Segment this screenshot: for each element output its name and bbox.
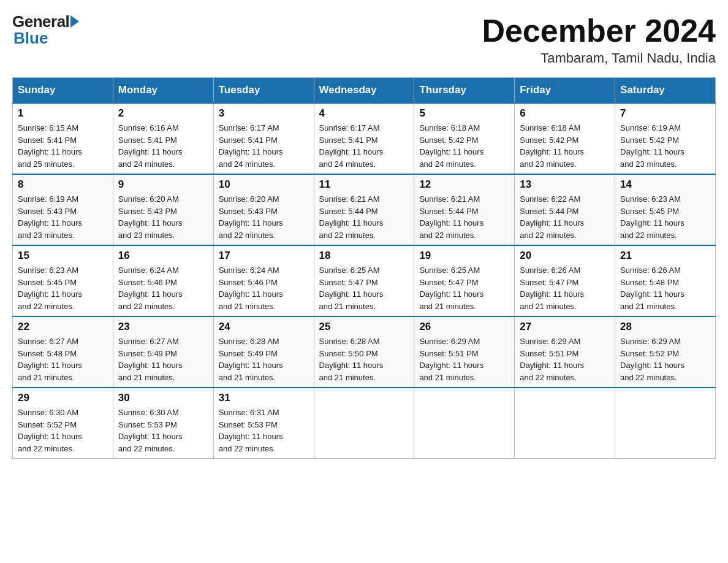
- day-info: Sunrise: 6:24 AMSunset: 5:46 PMDaylight:…: [219, 264, 309, 312]
- calendar-cell: [414, 388, 515, 459]
- calendar-cell: 21Sunrise: 6:26 AMSunset: 5:48 PMDayligh…: [615, 245, 716, 316]
- calendar-cell: 3Sunrise: 6:17 AMSunset: 5:41 PMDaylight…: [213, 103, 314, 174]
- calendar-cell: 28Sunrise: 6:29 AMSunset: 5:52 PMDayligh…: [615, 316, 716, 388]
- calendar-cell: 6Sunrise: 6:18 AMSunset: 5:42 PMDaylight…: [515, 103, 615, 174]
- day-number: 7: [620, 107, 710, 120]
- day-number: 14: [620, 178, 710, 191]
- calendar-cell: 30Sunrise: 6:30 AMSunset: 5:53 PMDayligh…: [113, 388, 213, 459]
- calendar-cell: [615, 388, 716, 459]
- calendar-cell: 2Sunrise: 6:16 AMSunset: 5:41 PMDaylight…: [113, 103, 213, 174]
- day-info: Sunrise: 6:19 AMSunset: 5:43 PMDaylight:…: [18, 193, 108, 241]
- day-info: Sunrise: 6:18 AMSunset: 5:42 PMDaylight:…: [419, 122, 509, 170]
- calendar-cell: 29Sunrise: 6:30 AMSunset: 5:52 PMDayligh…: [13, 388, 113, 459]
- day-info: Sunrise: 6:29 AMSunset: 5:51 PMDaylight:…: [520, 335, 610, 383]
- calendar-cell: 10Sunrise: 6:20 AMSunset: 5:43 PMDayligh…: [213, 174, 314, 245]
- header-tuesday: Tuesday: [213, 78, 314, 104]
- calendar-cell: [314, 388, 414, 459]
- day-info: Sunrise: 6:23 AMSunset: 5:45 PMDaylight:…: [18, 264, 108, 312]
- day-number: 11: [319, 178, 409, 191]
- day-number: 9: [118, 178, 208, 191]
- calendar-cell: 12Sunrise: 6:21 AMSunset: 5:44 PMDayligh…: [414, 174, 515, 245]
- day-info: Sunrise: 6:30 AMSunset: 5:52 PMDaylight:…: [18, 407, 108, 454]
- day-info: Sunrise: 6:24 AMSunset: 5:46 PMDaylight:…: [118, 264, 208, 312]
- day-info: Sunrise: 6:28 AMSunset: 5:50 PMDaylight:…: [319, 335, 409, 383]
- calendar-cell: 25Sunrise: 6:28 AMSunset: 5:50 PMDayligh…: [314, 316, 414, 388]
- header-saturday: Saturday: [615, 78, 716, 104]
- day-number: 15: [18, 250, 108, 262]
- calendar-cell: 15Sunrise: 6:23 AMSunset: 5:45 PMDayligh…: [13, 245, 113, 316]
- day-info: Sunrise: 6:17 AMSunset: 5:41 PMDaylight:…: [319, 122, 409, 170]
- day-info: Sunrise: 6:18 AMSunset: 5:42 PMDaylight:…: [520, 122, 610, 170]
- day-number: 5: [419, 107, 509, 120]
- day-number: 2: [118, 107, 208, 120]
- day-info: Sunrise: 6:22 AMSunset: 5:44 PMDaylight:…: [520, 193, 610, 241]
- day-info: Sunrise: 6:31 AMSunset: 5:53 PMDaylight:…: [219, 407, 309, 454]
- day-info: Sunrise: 6:28 AMSunset: 5:49 PMDaylight:…: [219, 335, 309, 383]
- week-row-5: 29Sunrise: 6:30 AMSunset: 5:52 PMDayligh…: [13, 388, 716, 459]
- header-friday: Friday: [515, 78, 615, 104]
- logo-blue-text: Blue: [13, 29, 48, 48]
- calendar-cell: 26Sunrise: 6:29 AMSunset: 5:51 PMDayligh…: [414, 316, 515, 388]
- day-info: Sunrise: 6:21 AMSunset: 5:44 PMDaylight:…: [319, 193, 409, 241]
- day-info: Sunrise: 6:27 AMSunset: 5:49 PMDaylight:…: [118, 335, 208, 383]
- week-row-3: 15Sunrise: 6:23 AMSunset: 5:45 PMDayligh…: [13, 245, 716, 316]
- day-info: Sunrise: 6:25 AMSunset: 5:47 PMDaylight:…: [319, 264, 409, 312]
- calendar-cell: 4Sunrise: 6:17 AMSunset: 5:41 PMDaylight…: [314, 103, 414, 174]
- calendar-cell: 5Sunrise: 6:18 AMSunset: 5:42 PMDaylight…: [414, 103, 515, 174]
- page-header: General Blue December 2024 Tambaram, Tam…: [12, 12, 716, 66]
- title-section: December 2024 Tambaram, Tamil Nadu, Indi…: [482, 12, 716, 66]
- calendar-cell: 14Sunrise: 6:23 AMSunset: 5:45 PMDayligh…: [615, 174, 716, 245]
- calendar-cell: 8Sunrise: 6:19 AMSunset: 5:43 PMDaylight…: [13, 174, 113, 245]
- calendar-cell: 9Sunrise: 6:20 AMSunset: 5:43 PMDaylight…: [113, 174, 213, 245]
- calendar-cell: 7Sunrise: 6:19 AMSunset: 5:42 PMDaylight…: [615, 103, 716, 174]
- day-info: Sunrise: 6:26 AMSunset: 5:48 PMDaylight:…: [620, 264, 710, 312]
- calendar-cell: 23Sunrise: 6:27 AMSunset: 5:49 PMDayligh…: [113, 316, 213, 388]
- day-info: Sunrise: 6:16 AMSunset: 5:41 PMDaylight:…: [118, 122, 208, 170]
- day-number: 30: [118, 392, 208, 404]
- day-info: Sunrise: 6:25 AMSunset: 5:47 PMDaylight:…: [419, 264, 509, 312]
- day-number: 24: [219, 321, 309, 333]
- day-number: 4: [319, 107, 409, 120]
- calendar-cell: 24Sunrise: 6:28 AMSunset: 5:49 PMDayligh…: [213, 316, 314, 388]
- week-row-2: 8Sunrise: 6:19 AMSunset: 5:43 PMDaylight…: [13, 174, 716, 245]
- month-year-title: December 2024: [482, 12, 716, 49]
- day-number: 25: [319, 321, 409, 333]
- header-wednesday: Wednesday: [314, 78, 414, 104]
- day-info: Sunrise: 6:15 AMSunset: 5:41 PMDaylight:…: [18, 122, 108, 170]
- day-number: 29: [18, 392, 108, 404]
- calendar-table: SundayMondayTuesdayWednesdayThursdayFrid…: [12, 77, 716, 459]
- day-number: 21: [620, 250, 710, 262]
- day-number: 1: [18, 107, 108, 120]
- calendar-cell: [515, 388, 615, 459]
- calendar-cell: 16Sunrise: 6:24 AMSunset: 5:46 PMDayligh…: [113, 245, 213, 316]
- day-number: 16: [118, 250, 208, 262]
- day-info: Sunrise: 6:19 AMSunset: 5:42 PMDaylight:…: [620, 122, 710, 170]
- calendar-cell: 20Sunrise: 6:26 AMSunset: 5:47 PMDayligh…: [515, 245, 615, 316]
- day-number: 18: [319, 250, 409, 262]
- week-row-4: 22Sunrise: 6:27 AMSunset: 5:48 PMDayligh…: [13, 316, 716, 388]
- day-info: Sunrise: 6:23 AMSunset: 5:45 PMDaylight:…: [620, 193, 710, 241]
- calendar-cell: 13Sunrise: 6:22 AMSunset: 5:44 PMDayligh…: [515, 174, 615, 245]
- day-info: Sunrise: 6:21 AMSunset: 5:44 PMDaylight:…: [419, 193, 509, 241]
- day-info: Sunrise: 6:17 AMSunset: 5:41 PMDaylight:…: [219, 122, 309, 170]
- calendar-cell: 22Sunrise: 6:27 AMSunset: 5:48 PMDayligh…: [13, 316, 113, 388]
- calendar-cell: 27Sunrise: 6:29 AMSunset: 5:51 PMDayligh…: [515, 316, 615, 388]
- logo-triangle-icon: [70, 15, 79, 28]
- day-number: 31: [219, 392, 309, 404]
- day-info: Sunrise: 6:20 AMSunset: 5:43 PMDaylight:…: [118, 193, 208, 241]
- day-number: 28: [620, 321, 710, 333]
- day-number: 22: [18, 321, 108, 333]
- day-number: 6: [520, 107, 610, 120]
- header-thursday: Thursday: [414, 78, 515, 104]
- day-info: Sunrise: 6:30 AMSunset: 5:53 PMDaylight:…: [118, 407, 208, 454]
- calendar-cell: 18Sunrise: 6:25 AMSunset: 5:47 PMDayligh…: [314, 245, 414, 316]
- day-number: 26: [419, 321, 509, 333]
- calendar-cell: 1Sunrise: 6:15 AMSunset: 5:41 PMDaylight…: [13, 103, 113, 174]
- calendar-header-row: SundayMondayTuesdayWednesdayThursdayFrid…: [13, 78, 716, 104]
- day-number: 23: [118, 321, 208, 333]
- day-number: 12: [419, 178, 509, 191]
- day-number: 10: [219, 178, 309, 191]
- day-info: Sunrise: 6:29 AMSunset: 5:51 PMDaylight:…: [419, 335, 509, 383]
- calendar-cell: 17Sunrise: 6:24 AMSunset: 5:46 PMDayligh…: [213, 245, 314, 316]
- day-number: 8: [18, 178, 108, 191]
